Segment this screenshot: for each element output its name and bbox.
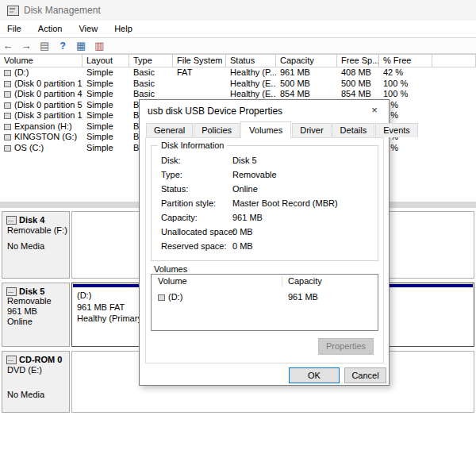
- volume-row[interactable]: (D:) Simple Basic FAT Healthy (P... 961 …: [0, 67, 476, 79]
- menu-file[interactable]: File: [0, 21, 29, 33]
- volume-icon: [4, 70, 11, 76]
- volume-icon: [4, 145, 11, 152]
- tab-driver[interactable]: Driver: [292, 123, 331, 137]
- free-space-cell: 854 MB: [337, 89, 379, 100]
- field-status: Status: Online: [152, 184, 378, 195]
- menu-view[interactable]: View: [71, 21, 105, 33]
- disk-media-type: Removable: [7, 296, 52, 306]
- volume-cell: (Disk 3 partition 1): [0, 110, 83, 121]
- disk-management-window: Disk Management File Action View Help ← …: [0, 0, 476, 450]
- volumes-listbox[interactable]: Volume Capacity (D:) 961 MB: [151, 274, 378, 331]
- list-capacity-cell: 961 MB: [288, 292, 318, 302]
- list-item[interactable]: (D:) 961 MB: [152, 292, 378, 303]
- field-partition-style: Partition style: Master Boot Record (MBR…: [152, 198, 378, 210]
- status-cell: Healthy (E...: [226, 79, 276, 90]
- type-cell: Basic: [129, 89, 173, 100]
- disk-information-groupbox: Disk Information Disk: Disk 5 Type: Remo…: [151, 145, 378, 261]
- column-header-blank: [432, 55, 476, 67]
- capacity-cell: 961 MB: [276, 67, 337, 79]
- layout-cell: Simple: [83, 121, 129, 133]
- field-unallocated-space: Unallocated space: 0 MB: [152, 227, 378, 238]
- column-header-file-system[interactable]: File System: [173, 55, 226, 67]
- ok-button[interactable]: OK: [289, 367, 340, 383]
- disk-view-icon[interactable]: ▦: [73, 38, 89, 52]
- file-system-cell: [173, 79, 226, 90]
- column-header-pct-free[interactable]: % Free: [379, 55, 432, 67]
- column-header-layout[interactable]: Layout: [83, 55, 129, 67]
- list-column-volume[interactable]: Volume: [158, 276, 187, 286]
- menu-bar: File Action View Help: [0, 21, 476, 37]
- disk-media-type: DVD (E:): [7, 365, 42, 375]
- graph-view-icon[interactable]: ▥: [91, 38, 107, 52]
- field-capacity: Capacity: 961 MB: [152, 213, 378, 224]
- disk-status: No Media: [7, 390, 44, 399]
- console-tree-icon[interactable]: ▤: [36, 38, 52, 52]
- tab-general[interactable]: General: [146, 123, 193, 137]
- field-type: Type: Removable: [152, 170, 378, 181]
- volume-row[interactable]: (Disk 0 partition 1) Simple Basic Health…: [0, 79, 476, 90]
- partition-label: (D:): [77, 290, 91, 300]
- usb-device-properties-dialog: usb disk USB Device Properties × General…: [139, 99, 390, 386]
- volume-cell: (Disk 0 partition 4): [0, 89, 83, 100]
- disk-status: Online: [7, 317, 33, 326]
- pct-free-cell: 100 %: [379, 89, 432, 100]
- disk-name: CD-ROM 0: [19, 355, 62, 364]
- dialog-tabs: General Policies Volumes Driver Details …: [146, 122, 419, 138]
- title-bar: Disk Management: [0, 0, 476, 21]
- tab-volumes[interactable]: Volumes: [240, 121, 291, 138]
- volume-table-header: Volume Layout Type File System Status Ca…: [0, 54, 476, 67]
- disk-name: Disk 5: [19, 287, 44, 296]
- disk-media-type: Removable (F:): [7, 225, 67, 235]
- menu-help[interactable]: Help: [107, 21, 140, 33]
- properties-button[interactable]: Properties: [318, 338, 374, 355]
- volume-icon: [158, 294, 165, 301]
- layout-cell: Simple: [83, 132, 129, 143]
- cancel-button[interactable]: Cancel: [344, 367, 386, 383]
- tab-policies[interactable]: Policies: [194, 123, 240, 137]
- field-disk: Disk: Disk 5: [152, 156, 378, 167]
- column-header-free-space[interactable]: Free Sp...: [337, 55, 379, 67]
- volume-cell: (Disk 0 partition 1): [0, 79, 83, 90]
- volume-icon: [4, 113, 11, 119]
- disk-icon: [6, 287, 17, 296]
- free-space-cell: 500 MB: [337, 79, 379, 90]
- volume-row[interactable]: (Disk 0 partition 4) Simple Basic Health…: [0, 89, 476, 100]
- column-header-type[interactable]: Type: [129, 55, 173, 67]
- volume-cell: KINGSTON (G:): [0, 132, 83, 143]
- groupbox-legend: Disk Information: [158, 140, 227, 150]
- column-header-volume[interactable]: Volume: [0, 55, 83, 67]
- pct-free-cell: 42 %: [379, 67, 432, 79]
- column-header-capacity[interactable]: Capacity: [276, 55, 337, 67]
- volume-icon: [4, 102, 11, 109]
- menu-action[interactable]: Action: [31, 21, 70, 33]
- disk4-header[interactable]: Disk 4 Removable (F:) No Media: [2, 211, 70, 279]
- layout-cell: Simple: [83, 100, 129, 111]
- column-header-status[interactable]: Status: [226, 55, 276, 67]
- list-column-capacity[interactable]: Capacity: [288, 276, 322, 286]
- volume-cell: OS (C:): [0, 143, 83, 154]
- list-column-divider: [282, 276, 282, 287]
- partition-size-fs: 961 MB FAT: [77, 302, 125, 312]
- field-reserved-space: Reserved space: 0 MB: [152, 241, 378, 252]
- disk-icon: [6, 216, 17, 225]
- dialog-title: usb disk USB Device Properties: [148, 100, 282, 122]
- disk-size: 961 MB: [7, 306, 37, 316]
- layout-cell: Simple: [83, 110, 129, 121]
- disk5-header[interactable]: Disk 5 Removable 961 MB Online: [2, 283, 70, 347]
- tab-events[interactable]: Events: [375, 123, 418, 137]
- volume-icon: [4, 134, 11, 140]
- help-icon[interactable]: ?: [55, 38, 71, 52]
- list-volume-cell: (D:): [158, 292, 182, 302]
- volume-cell: (Disk 0 partition 5): [0, 100, 83, 111]
- tab-details[interactable]: Details: [332, 123, 375, 137]
- file-system-cell: [173, 89, 226, 100]
- forward-icon[interactable]: →: [18, 38, 34, 52]
- close-icon[interactable]: ×: [360, 100, 389, 121]
- layout-cell: Simple: [83, 143, 129, 154]
- pct-free-cell: 100 %: [379, 79, 432, 90]
- status-cell: Healthy (E...: [226, 89, 276, 100]
- volume-cell: Expansion (H:): [0, 121, 83, 133]
- volume-cell: (D:): [0, 67, 83, 79]
- back-icon[interactable]: ←: [0, 38, 16, 52]
- cdrom0-header[interactable]: CD-ROM 0 DVD (E:) No Media: [2, 351, 70, 413]
